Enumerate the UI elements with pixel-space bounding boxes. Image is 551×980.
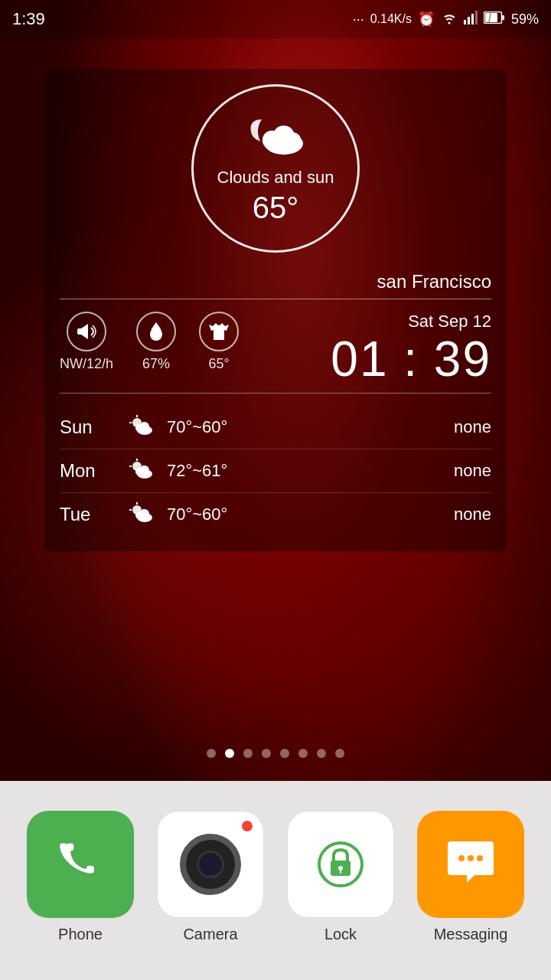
dock: Phone Camera Lock [0, 781, 551, 980]
dot-0[interactable] [207, 749, 216, 758]
svg-point-42 [477, 855, 483, 861]
wind-icon-container [67, 312, 106, 351]
dock-lock[interactable]: Lock [287, 811, 394, 943]
forecast-temp-2: 70°~60° [167, 505, 454, 524]
dot-4[interactable] [280, 749, 289, 758]
messaging-icon-bg [417, 811, 524, 918]
dot-3[interactable] [262, 749, 271, 758]
forecast-icon-0 [121, 413, 159, 441]
clock-time: 01 : 39 [331, 335, 491, 384]
dot-6[interactable] [317, 749, 326, 758]
forecast-temp-1: 72°~61° [167, 461, 454, 481]
humidity-icon-container [136, 312, 176, 351]
status-right: ··· 0.14K/s ⏰ 5 [353, 11, 539, 28]
svg-rect-3 [475, 11, 478, 24]
wifi-icon [441, 11, 458, 28]
forecast-precip-2: none [454, 505, 491, 524]
phone-icon [53, 837, 108, 892]
camera-lens [180, 834, 241, 895]
alarm-icon: ⏰ [418, 11, 435, 28]
clock-date: Sat Sep 12 [331, 312, 491, 332]
messaging-label: Messaging [434, 926, 508, 943]
weather-circle: Clouds and sun 65° [191, 84, 360, 253]
svg-point-27 [140, 466, 149, 475]
svg-point-38 [338, 866, 343, 871]
weather-widget: Clouds and sun 65° san Francisco NW/12/h [44, 69, 507, 551]
dot-2[interactable] [243, 749, 253, 758]
forecast-row-tue: Tue 70°~60° none [60, 493, 491, 536]
forecast-row-sun: Sun 70°~60° none [60, 406, 491, 449]
wind-stat: NW/12/h [60, 312, 113, 372]
phone-icon-bg [27, 811, 134, 918]
messaging-icon [440, 834, 501, 895]
forecast-precip-1: none [454, 461, 491, 481]
status-time: 1:39 [12, 9, 45, 29]
forecast-day-2: Tue [60, 504, 121, 525]
weather-circle-container: Clouds and sun 65° [60, 84, 491, 253]
dock-phone[interactable]: Phone [27, 811, 134, 943]
dot-7[interactable] [335, 749, 344, 758]
weather-temp-main: 65° [253, 191, 299, 225]
svg-rect-0 [464, 20, 466, 24]
battery-icon [484, 11, 505, 28]
dock-messaging[interactable]: Messaging [417, 811, 524, 943]
feels-like-value: 65° [208, 356, 229, 372]
lock-icon-bg [287, 811, 394, 918]
forecast-day-1: Mon [60, 460, 121, 482]
forecast-temp-0: 70°~60° [167, 417, 454, 437]
forecast-icon-2 [121, 501, 159, 528]
lock-label: Lock [324, 926, 357, 943]
feels-like-stat: 65° [199, 312, 239, 372]
network-dots: ··· [353, 11, 364, 28]
svg-point-19 [140, 422, 149, 431]
stats-row: NW/12/h 67% 65° [60, 312, 491, 394]
phone-label: Phone [58, 926, 103, 943]
weather-condition-text: Clouds and sun [217, 168, 334, 188]
weather-condition-icon [241, 112, 310, 162]
network-speed: 0.14K/s [370, 12, 412, 26]
location: san Francisco [60, 265, 491, 299]
humidity-stat: 67% [136, 312, 176, 372]
page-dots [0, 749, 551, 758]
camera-icon-bg [157, 811, 264, 918]
svg-point-40 [458, 855, 465, 861]
svg-rect-5 [502, 15, 504, 20]
battery-percent: 59% [511, 11, 539, 28]
svg-point-41 [468, 855, 474, 861]
svg-rect-6 [485, 13, 497, 22]
humidity-value: 67% [142, 356, 170, 372]
svg-point-35 [140, 509, 149, 518]
lock-icon [314, 838, 367, 891]
signal-icon [464, 11, 478, 28]
camera-dot [242, 821, 253, 831]
wind-value: NW/12/h [60, 356, 113, 372]
forecast-icon-1 [121, 457, 159, 485]
dot-5[interactable] [298, 749, 308, 758]
svg-rect-1 [468, 17, 470, 24]
dock-camera[interactable]: Camera [157, 811, 264, 943]
forecast-list: Sun 70°~60° none Mon [60, 406, 491, 536]
dot-1[interactable] [225, 749, 234, 758]
svg-rect-2 [471, 14, 474, 24]
forecast-row-mon: Mon 72°~61° none [60, 449, 491, 493]
clock-block: Sat Sep 12 01 : 39 [331, 312, 491, 384]
forecast-day-0: Sun [60, 416, 121, 438]
shirt-icon-container [199, 312, 239, 351]
camera-label: Camera [183, 926, 237, 943]
status-bar: 1:39 ··· 0.14K/s ⏰ [0, 0, 551, 38]
forecast-precip-0: none [454, 417, 491, 437]
stats-left: NW/12/h 67% 65° [60, 312, 239, 372]
svg-point-11 [286, 132, 302, 148]
